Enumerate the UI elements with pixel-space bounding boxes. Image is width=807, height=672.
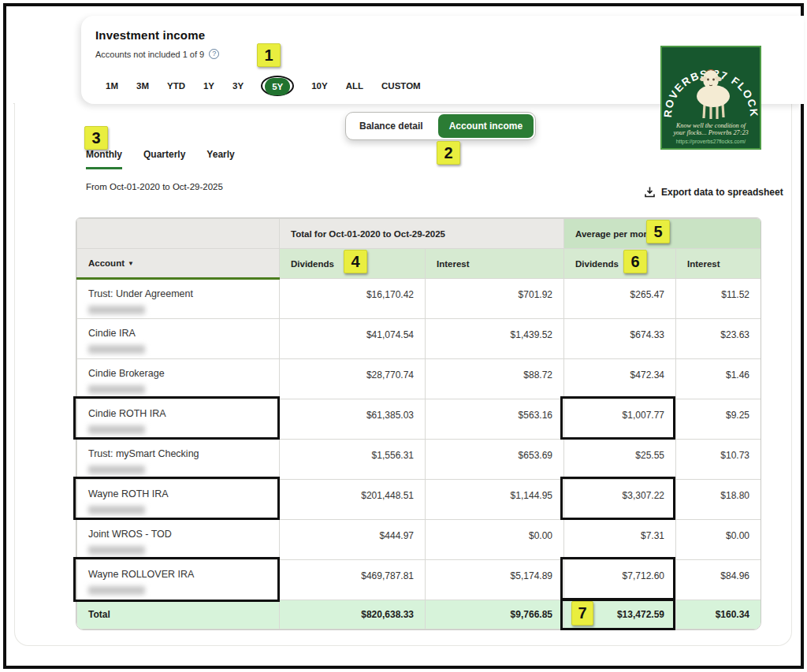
- total-interest-value: $701.92: [426, 279, 564, 319]
- redacted-account-number: [88, 306, 145, 314]
- tab-5y[interactable]: 5Y: [265, 78, 290, 95]
- sort-caret-icon: ▼: [128, 260, 134, 267]
- total-dividends-value: $201,448.51: [280, 480, 426, 520]
- tab-1m[interactable]: 1M: [105, 78, 119, 94]
- table-row: Trust: mySmart Checking $1,556.31 $653.6…: [77, 440, 761, 480]
- tab-ytd[interactable]: YTD: [166, 78, 186, 94]
- screenshot-frame: Investment income Accounts not included …: [3, 3, 804, 669]
- redacted-account-number: [88, 385, 145, 394]
- avg-interest-value: $18.80: [676, 480, 761, 520]
- avg-interest-value: $1.46: [676, 359, 761, 399]
- period-tabs: Monthly Quarterly Yearly: [86, 149, 235, 169]
- tab-custom[interactable]: CUSTOM: [381, 78, 422, 94]
- avg-interest-value: $84.96: [676, 560, 761, 600]
- tab-all[interactable]: ALL: [345, 78, 364, 94]
- total-interest-sum: $9,766.85: [426, 600, 564, 629]
- balance-detail-button[interactable]: Balance detail: [346, 113, 437, 139]
- total-interest-value: $1,144.95: [426, 480, 564, 520]
- account-name: Wayne ROLLOVER IRA: [88, 569, 194, 580]
- download-icon: [645, 187, 655, 198]
- redacted-account-number: [88, 546, 145, 555]
- account-name: Joint WROS - TOD: [88, 529, 172, 540]
- redacted-account-number: [88, 425, 145, 434]
- tab-3y[interactable]: 3Y: [232, 78, 244, 94]
- account-name: Trust: mySmart Checking: [88, 448, 199, 459]
- group-header-empty: [77, 219, 280, 249]
- account-income-button[interactable]: Account income: [438, 114, 534, 138]
- help-icon[interactable]: ?: [209, 49, 219, 59]
- callout-badge-1: 1: [257, 43, 281, 67]
- total-dividends-value: $444.97: [280, 520, 426, 560]
- logo-tagline-2: your flocks... Proverbs 27:23: [672, 129, 748, 136]
- column-header-avg-interest: Interest: [676, 249, 761, 279]
- total-dividends-value: $469,787.81: [280, 560, 426, 600]
- table-row: Joint WROS - TOD $444.97 $0.00 $7.31 $0.…: [77, 520, 761, 560]
- avg-dividends-value: $3,307.22: [564, 480, 676, 520]
- redacted-account-number: [88, 466, 145, 474]
- account-name: Wayne ROTH IRA: [88, 488, 169, 499]
- group-header-total: Total for Oct-01-2020 to Oct-29-2025: [280, 219, 564, 249]
- avg-dividends-value: $1,007.77: [564, 399, 676, 440]
- avg-dividends-value: $674.33: [564, 319, 676, 359]
- table-row: Wayne ROTH IRA $201,448.51 $1,144.95 $3,…: [77, 480, 761, 520]
- income-table: Total for Oct-01-2020 to Oct-29-2025 Ave…: [76, 217, 761, 630]
- column-header-account[interactable]: Account▼: [77, 249, 280, 279]
- callout-badge-2: 2: [437, 141, 460, 165]
- total-interest-value: $563.16: [426, 399, 564, 440]
- callout-badge-7: 7: [571, 601, 593, 626]
- accounts-note-label: Accounts not included 1 of 9: [95, 50, 204, 59]
- tab-quarterly[interactable]: Quarterly: [143, 149, 185, 169]
- total-dividends-value: $28,770.74: [280, 359, 426, 399]
- callout-badge-3: 3: [84, 126, 108, 150]
- proverbs-27-flocks-logo: PROVERBS 27 FLOCKS Know well the conditi…: [660, 46, 761, 150]
- date-range-label: From Oct-01-2020 to Oct-29-2025: [86, 182, 223, 191]
- total-dividends-value: $61,385.03: [280, 399, 426, 440]
- callout-badge-6: 6: [623, 250, 647, 273]
- tab-yearly[interactable]: Yearly: [206, 149, 234, 169]
- avg-dividends-value: $472.34: [564, 359, 676, 399]
- logo-url: https://proverbs27flocks.com/: [676, 139, 746, 145]
- redacted-account-number: [88, 506, 145, 514]
- total-dividends-sum: $820,638.33: [280, 600, 426, 629]
- total-row: Total $820,638.33 $9,766.85 $13,472.59 $…: [77, 600, 761, 629]
- total-interest-value: $88.72: [426, 359, 564, 399]
- table-row: Cindie IRA $41,074.54 $1,439.52 $674.33 …: [77, 319, 761, 359]
- redacted-account-number: [88, 586, 145, 595]
- avg-dividends-value: $7,712.60: [564, 560, 676, 600]
- tab-1y[interactable]: 1Y: [203, 78, 215, 94]
- export-link[interactable]: Export data to spreadsheet: [645, 187, 783, 198]
- logo-tagline-1: Know well the condition of: [675, 122, 747, 129]
- tab-3m[interactable]: 3M: [136, 78, 150, 94]
- account-name: Cindie Brokerage: [88, 368, 165, 379]
- tab-10y[interactable]: 10Y: [311, 78, 328, 94]
- total-interest-value: $0.00: [426, 520, 564, 560]
- total-interest-value: $653.69: [426, 440, 564, 480]
- redacted-account-number: [88, 345, 145, 354]
- callout-badge-5: 5: [646, 220, 670, 243]
- time-range-tabs: 1M 3M YTD 1Y 3Y 5Y 10Y ALL CUSTOM: [105, 76, 422, 96]
- account-name: Cindie ROTH IRA: [88, 408, 166, 419]
- total-interest-value: $1,439.52: [426, 319, 564, 359]
- total-label: Total: [77, 600, 280, 629]
- avg-dividends-value: $265.47: [564, 279, 676, 319]
- export-label: Export data to spreadsheet: [661, 187, 783, 198]
- callout-badge-4: 4: [344, 250, 367, 273]
- avg-interest-value: $11.52: [676, 279, 761, 319]
- view-toggle: Balance detail Account income: [345, 112, 536, 140]
- avg-interest-value: $0.00: [676, 520, 761, 560]
- avg-dividends-value: $7.31: [564, 520, 676, 560]
- total-dividends-value: $41,074.54: [280, 319, 426, 359]
- tab-monthly[interactable]: Monthly: [86, 149, 122, 169]
- table-row: Cindie Brokerage $28,770.74 $88.72 $472.…: [77, 359, 761, 399]
- avg-interest-value: $23.63: [676, 319, 761, 359]
- table-row: Cindie ROTH IRA $61,385.03 $563.16 $1,00…: [77, 399, 761, 440]
- avg-interest-value: $9.25: [676, 399, 761, 440]
- table-row: Trust: Under Agreement $16,170.42 $701.9…: [77, 279, 761, 319]
- total-dividends-value: $1,556.31: [280, 440, 426, 480]
- avg-interest-sum: $160.34: [676, 600, 761, 629]
- account-name: Trust: Under Agreement: [88, 288, 193, 299]
- avg-interest-value: $10.73: [676, 440, 761, 480]
- page-title: Investment income: [95, 28, 804, 42]
- callout-circle-5y: 5Y: [261, 76, 294, 96]
- column-header-avg-dividends: Dividends: [564, 249, 676, 279]
